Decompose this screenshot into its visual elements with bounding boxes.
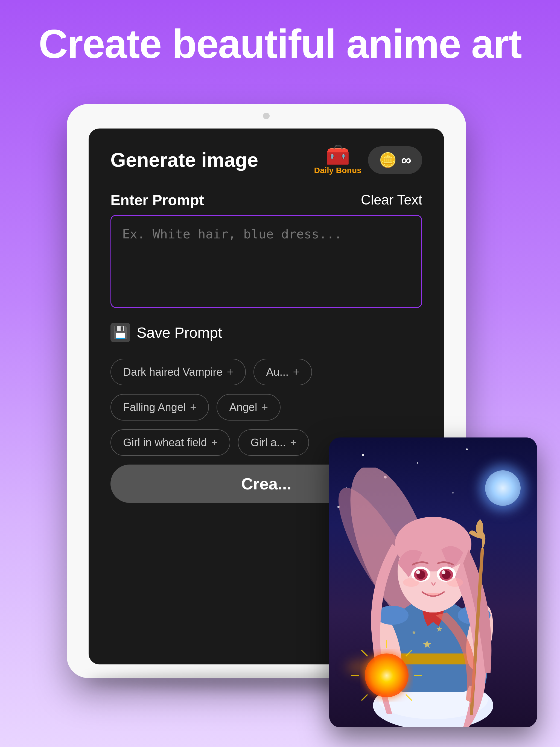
- main-headline: Create beautiful anime art: [0, 0, 560, 83]
- chip-girl-wheat-field[interactable]: Girl in wheat field +: [110, 429, 230, 456]
- chips-row-1: Dark haired Vampire + Au... +: [110, 359, 422, 385]
- svg-point-26: [441, 570, 446, 574]
- chip-label-2: Au...: [266, 366, 288, 378]
- chip-plus-6[interactable]: +: [290, 436, 297, 449]
- star: [466, 448, 468, 450]
- star: [362, 454, 364, 456]
- chip-falling-angel[interactable]: Falling Angel +: [110, 394, 209, 420]
- character-svg: ★ ★ ★: [337, 468, 529, 727]
- tablet-wrapper: Generate image 🧰 Daily Bonus 🪙 ∞ E: [67, 104, 493, 705]
- save-prompt-label: Save Prompt: [137, 324, 222, 341]
- daily-bonus-label: Daily Bonus: [314, 166, 361, 175]
- daily-bonus[interactable]: 🧰 Daily Bonus: [314, 145, 361, 175]
- chips-row-2: Falling Angel + Angel +: [110, 394, 422, 420]
- chip-angel[interactable]: Angel +: [217, 394, 281, 420]
- tablet-camera: [263, 113, 270, 119]
- chip-girl-a[interactable]: Girl a... +: [238, 429, 309, 456]
- chip-plus-5[interactable]: +: [211, 436, 218, 449]
- svg-line-36: [361, 695, 367, 700]
- chip-label-5: Girl in wheat field: [123, 436, 207, 449]
- save-icon: 💾: [110, 323, 130, 342]
- svg-point-22: [416, 570, 420, 574]
- svg-point-27: [403, 578, 419, 587]
- chip-label-3: Falling Angel: [123, 401, 186, 413]
- create-button-label: Crea...: [241, 474, 291, 493]
- chip-label-4: Angel: [229, 401, 257, 413]
- star: [417, 462, 418, 464]
- svg-text:★: ★: [422, 638, 432, 650]
- prompt-label-row: Enter Prompt Clear Text: [110, 191, 422, 208]
- anime-character-card: ★ ★ ★: [329, 437, 537, 727]
- coins-amount: ∞: [401, 152, 411, 168]
- chest-icon: 🧰: [325, 145, 350, 164]
- save-prompt-row[interactable]: 💾 Save Prompt: [110, 323, 422, 342]
- clear-text-button[interactable]: Clear Text: [361, 192, 422, 208]
- chip-dark-haired-vampire[interactable]: Dark haired Vampire +: [110, 359, 246, 385]
- anime-card-inner: ★ ★ ★: [329, 437, 537, 727]
- app-header: Generate image 🧰 Daily Bonus 🪙 ∞: [110, 145, 422, 175]
- chip-au[interactable]: Au... +: [253, 359, 312, 385]
- chip-label-1: Dark haired Vampire: [123, 366, 223, 378]
- svg-text:★: ★: [436, 625, 443, 633]
- chip-plus-2[interactable]: +: [293, 366, 299, 378]
- app-title: Generate image: [110, 149, 258, 171]
- prompt-input[interactable]: [110, 215, 422, 308]
- svg-line-34: [361, 650, 367, 656]
- chip-label-6: Girl a...: [251, 436, 286, 449]
- fire-glow: [346, 659, 400, 675]
- svg-text:★: ★: [411, 629, 417, 636]
- chip-plus-3[interactable]: +: [190, 401, 196, 413]
- header-right: 🧰 Daily Bonus 🪙 ∞: [314, 145, 422, 175]
- chip-plus-4[interactable]: +: [262, 401, 268, 413]
- svg-point-28: [447, 578, 463, 587]
- chip-plus-1[interactable]: +: [227, 366, 233, 378]
- coins-icon: 🪙: [379, 152, 397, 169]
- prompt-label: Enter Prompt: [110, 191, 204, 208]
- coins-badge[interactable]: 🪙 ∞: [368, 146, 422, 174]
